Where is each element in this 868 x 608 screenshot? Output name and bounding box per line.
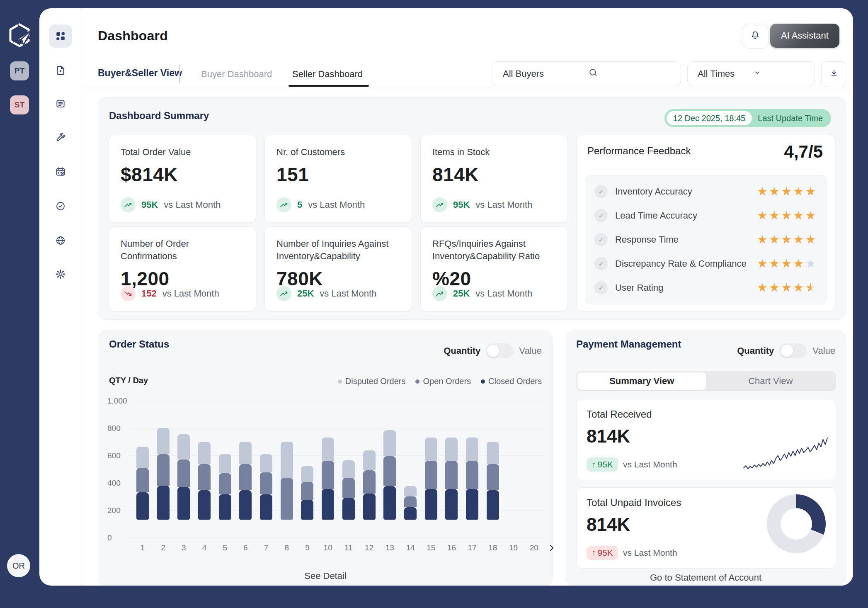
order-qty-value-switch[interactable] — [486, 343, 514, 358]
stacked-bar[interactable] — [219, 454, 231, 520]
bar-slot — [235, 401, 256, 537]
nav-item-notes[interactable] — [49, 92, 72, 115]
nav-item-schedule[interactable] — [49, 160, 72, 183]
stacked-bar[interactable] — [404, 486, 417, 520]
stacked-bar[interactable] — [301, 466, 313, 520]
stacked-bar[interactable] — [383, 430, 396, 520]
stacked-bar[interactable] — [136, 447, 149, 520]
download-icon — [829, 68, 839, 80]
stacked-bar[interactable] — [198, 442, 211, 520]
bar-slot — [153, 401, 174, 537]
view-switcher-label[interactable]: Buyer&Seller View — [98, 68, 182, 79]
y-axis-tick: 200 — [107, 506, 128, 515]
stacked-bar[interactable] — [466, 438, 478, 520]
legend-item: Closed Orders — [481, 377, 542, 386]
metric-card-title: Number of Order Confirmations — [121, 238, 244, 263]
performance-row: ✓Response Time★★★★★★★★★★ — [594, 233, 817, 246]
bell-icon — [750, 30, 761, 42]
user-avatar[interactable]: OR — [7, 554, 30, 577]
stacked-bar[interactable] — [322, 438, 334, 520]
legend-dot-icon — [338, 379, 342, 384]
page-title: Dashboard — [98, 28, 168, 44]
bar-segment-disputed-orders — [136, 447, 149, 468]
bar-slot — [173, 401, 194, 537]
stacked-bar[interactable] — [177, 434, 190, 520]
tab-chart-view[interactable]: Chart View — [706, 372, 835, 390]
toggle-value-label[interactable]: Value — [812, 345, 835, 356]
bar-slot — [482, 401, 503, 537]
bar-slot — [503, 401, 524, 537]
payment-qty-value-switch[interactable] — [779, 343, 807, 358]
delta-pill: ↑ 95K — [587, 457, 618, 472]
legend-item: Disputed Orders — [338, 377, 406, 386]
metric-card-value: 151 — [276, 163, 400, 186]
nav-item-settings[interactable] — [49, 263, 72, 286]
switch-knob — [781, 345, 793, 357]
x-axis-tick: 15 — [421, 543, 441, 552]
chevron-down-icon — [752, 68, 807, 80]
download-button[interactable] — [821, 61, 846, 87]
bar-slot — [421, 401, 441, 537]
time-filter-select[interactable]: All Times — [687, 61, 815, 86]
trending-up-icon — [276, 286, 291, 301]
star-rating: ★★★★★★★★★★ — [757, 186, 817, 197]
x-axis-tick: 20 — [524, 543, 544, 552]
tab-summary-view[interactable]: Summary View — [577, 372, 706, 390]
metric-delta: 95K — [141, 199, 158, 210]
ai-assistant-button[interactable]: AI Assistant — [770, 24, 839, 48]
stacked-bar[interactable] — [157, 428, 170, 520]
active-tab-underline — [289, 85, 369, 87]
bar-segment-disputed-orders — [239, 442, 252, 464]
stacked-bar[interactable] — [239, 442, 252, 520]
tab-buyer-dashboard[interactable]: Buyer Dashboard — [201, 69, 272, 80]
stacked-bar[interactable] — [260, 454, 272, 520]
legend-dot-icon — [415, 379, 419, 384]
donut-hole — [781, 508, 812, 540]
arrow-up-icon: ↑ — [592, 548, 596, 558]
bar-segment-disputed-orders — [487, 442, 499, 464]
stacked-bar[interactable] — [342, 460, 355, 520]
bar-slot — [338, 401, 359, 537]
stacked-bar[interactable] — [487, 442, 499, 520]
total-received-delta-row: ↑ 95K vs Last Month — [587, 457, 677, 472]
bar-segment-disputed-orders — [301, 466, 313, 482]
stacked-bar[interactable] — [425, 438, 437, 520]
last-update-badge: 12 Dec 2025, 18:45 Last Update Time — [664, 109, 831, 127]
bar-segment-disputed-orders — [445, 438, 458, 461]
stacked-bar[interactable] — [281, 442, 293, 520]
nav-item-documents[interactable] — [49, 59, 72, 82]
nav-item-dashboard[interactable] — [49, 24, 72, 48]
toggle-value-label[interactable]: Value — [519, 345, 542, 356]
see-detail-link[interactable]: See Detail — [98, 571, 553, 581]
nav-item-verified[interactable] — [49, 195, 72, 218]
buyer-search-input[interactable]: All Buyers — [492, 61, 681, 86]
metric-delta-suffix: vs Last Month — [162, 288, 219, 299]
bar-slot — [256, 401, 276, 537]
performance-label: Lead Time Accuracy — [615, 210, 749, 221]
toggle-quantity-label[interactable]: Quantity — [444, 345, 480, 356]
performance-label: Response Time — [615, 234, 749, 245]
workspace-badge-st[interactable]: ST — [10, 95, 29, 114]
stacked-bar[interactable] — [445, 438, 458, 520]
metric-delta: 95K — [453, 199, 470, 210]
search-icon[interactable] — [588, 67, 673, 80]
notifications-button[interactable] — [742, 24, 769, 49]
nav-item-tools[interactable] — [49, 126, 72, 149]
chevron-right-icon[interactable] — [547, 543, 557, 554]
toggle-quantity-label[interactable]: Quantity — [737, 345, 774, 356]
bar-slot — [524, 401, 544, 537]
brand-logo[interactable] — [6, 22, 33, 49]
statement-of-account-link[interactable]: Go to Statement of Account — [566, 572, 845, 583]
bar-segment-closed-orders — [219, 494, 231, 520]
stacked-bar[interactable] — [363, 450, 376, 520]
metric-card-title: Total Order Value — [121, 146, 244, 158]
nav-item-global[interactable] — [49, 229, 72, 252]
performance-label: Discrepancy Rate & Compliance — [615, 258, 749, 269]
workspace-badge-pt[interactable]: PT — [10, 61, 29, 80]
tab-seller-dashboard[interactable]: Seller Dashboard — [292, 69, 363, 80]
star-rating-fill: ★★★★★ — [757, 282, 811, 294]
bar-segment-disputed-orders — [322, 438, 334, 461]
x-axis-labels: 1234567891011121314151617181920 — [132, 543, 544, 552]
legend-dot-icon — [481, 379, 485, 384]
x-axis-tick: 5 — [215, 543, 235, 552]
